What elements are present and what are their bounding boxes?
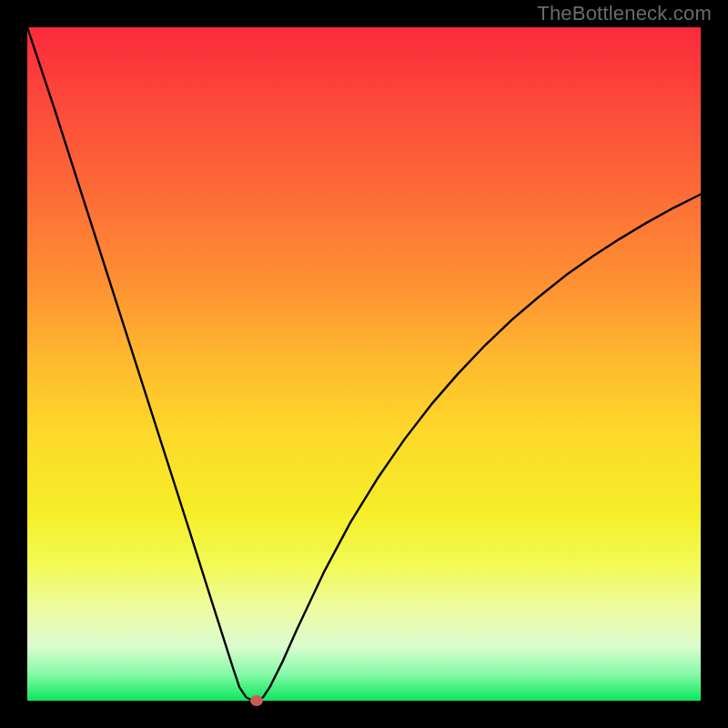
bottleneck-curve xyxy=(27,27,701,701)
curve-svg xyxy=(27,27,701,701)
min-point-marker xyxy=(250,695,263,706)
plot-area xyxy=(27,27,701,701)
watermark-text: TheBottleneck.com xyxy=(537,2,712,25)
chart-frame: TheBottleneck.com xyxy=(0,0,728,728)
